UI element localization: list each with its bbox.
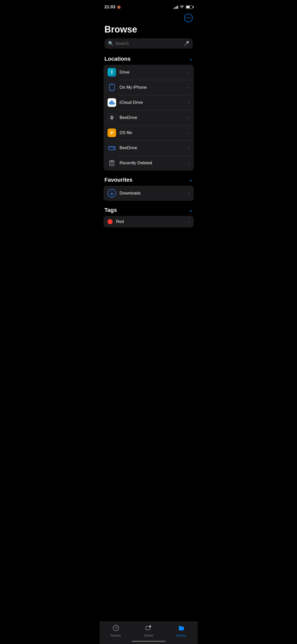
favourites-section: Favourites ⌄ Downloads › — [100, 177, 198, 201]
drive-label: Drive — [120, 70, 188, 75]
svg-rect-5 — [110, 132, 113, 132]
beedrive2-label: BeeDrive — [120, 145, 188, 150]
svg-point-9 — [113, 148, 114, 149]
svg-rect-8 — [109, 146, 115, 150]
locations-section-header: Locations ⌄ — [100, 56, 198, 62]
icloud-label: iCloud Drive — [120, 100, 188, 105]
tags-item-red[interactable]: Red › — [104, 216, 194, 228]
beedrive-app-icon — [108, 113, 116, 122]
locations-item-beedrive1[interactable]: BeeDrive › — [104, 110, 194, 125]
beedrive2-chevron: › — [188, 146, 190, 150]
red-tag-chevron: › — [188, 220, 190, 224]
more-dots — [186, 17, 191, 18]
downloads-icon — [108, 189, 116, 198]
locations-item-dsfile[interactable]: DS file › — [104, 125, 194, 140]
search-icon: 🔍 — [108, 41, 113, 46]
iphone-icon — [108, 83, 116, 92]
recently-deleted-label: Recently Deleted — [120, 160, 188, 166]
trash-icon — [108, 159, 116, 167]
red-tag-label: Red — [116, 219, 188, 224]
tags-collapse-chevron[interactable]: ⌄ — [189, 207, 193, 213]
svg-rect-6 — [110, 133, 113, 133]
tags-section: Tags ⌄ Red › — [100, 207, 198, 228]
locations-item-drive[interactable]: Drive › — [104, 65, 194, 80]
search-container: 🔍 🎤 — [105, 38, 193, 49]
search-bar[interactable]: 🔍 🎤 — [105, 38, 193, 49]
favourites-title: Favourites — [105, 177, 133, 183]
svg-rect-7 — [110, 134, 112, 134]
svg-point-2 — [111, 89, 112, 90]
page-title: Browse — [105, 24, 193, 35]
red-tag-dot — [108, 219, 113, 224]
tags-title: Tags — [105, 207, 117, 213]
svg-rect-1 — [111, 85, 113, 85]
locations-title: Locations — [105, 56, 131, 62]
beedrive1-chevron: › — [188, 116, 190, 120]
locations-item-beedrive2[interactable]: BeeDrive › — [104, 140, 194, 155]
downloads-label: Downloads — [120, 191, 188, 196]
favourites-section-header: Favourites ⌄ — [100, 177, 198, 183]
time-display: 21:03 — [105, 5, 115, 10]
recently-deleted-chevron: › — [188, 161, 190, 165]
favourites-collapse-chevron[interactable]: ⌄ — [189, 177, 193, 183]
tags-section-header: Tags ⌄ — [100, 207, 198, 213]
battery-icon — [186, 5, 193, 9]
microphone-icon[interactable]: 🎤 — [184, 41, 189, 46]
dsfile-label: DS file — [120, 130, 188, 135]
more-button-container — [105, 14, 193, 22]
wifi-icon — [180, 5, 184, 9]
iphone-chevron: › — [188, 85, 190, 89]
locations-item-recently-deleted[interactable]: Recently Deleted › — [104, 155, 194, 171]
signal-icon — [174, 5, 178, 9]
header: Browse — [100, 13, 198, 35]
dsfile-chevron: › — [188, 131, 190, 135]
locations-item-icloud[interactable]: iCloud Drive › — [104, 95, 194, 110]
more-button[interactable] — [184, 14, 193, 22]
drive-chevron: › — [188, 70, 190, 74]
locations-item-iphone[interactable]: On My iPhone › — [104, 80, 194, 95]
status-icons — [174, 5, 193, 9]
icloud-icon — [108, 98, 116, 107]
beedrive1-label: BeeDrive — [120, 115, 188, 120]
favourites-list: Downloads › — [104, 186, 194, 201]
locations-collapse-chevron[interactable]: ⌄ — [189, 56, 193, 62]
locations-list: Drive › On My iPhone › — [104, 65, 194, 171]
status-bar: 21:03 🔕 — [100, 0, 198, 13]
favourites-item-downloads[interactable]: Downloads › — [104, 186, 194, 201]
drive-icon — [108, 68, 116, 77]
iphone-label: On My iPhone — [120, 85, 188, 90]
beedrive-disk-icon — [108, 144, 116, 152]
downloads-chevron: › — [188, 191, 190, 195]
dsfile-icon — [108, 128, 116, 137]
tags-list: Red › — [104, 216, 194, 228]
search-input[interactable] — [115, 41, 182, 46]
icloud-chevron: › — [188, 101, 190, 105]
locations-section: Locations ⌄ Drive › — [100, 56, 198, 171]
status-time-section: 21:03 🔕 — [105, 5, 121, 10]
mute-icon: 🔕 — [117, 5, 121, 9]
